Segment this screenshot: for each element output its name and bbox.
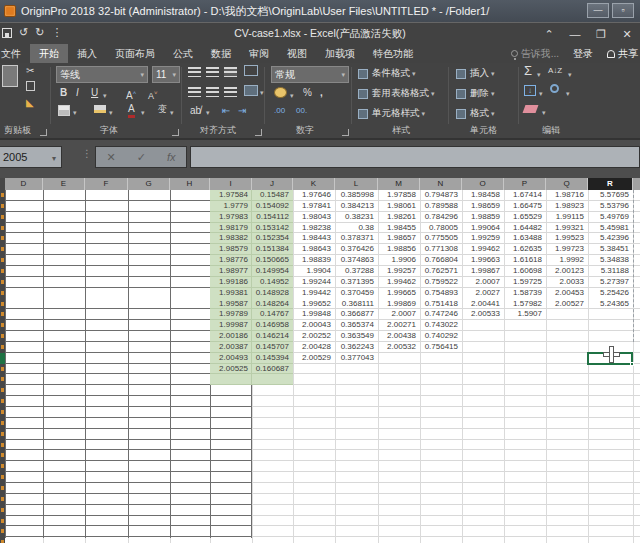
cell-J[interactable]: 0.14952 — [252, 277, 292, 288]
cell-L[interactable]: 0.374863 — [335, 255, 377, 266]
borders-dropdown-icon[interactable]: ▾ — [73, 107, 77, 119]
cell-M[interactable]: 2.00438 — [378, 331, 419, 342]
column-header-G[interactable]: G — [128, 178, 170, 190]
tab-加载项[interactable]: 加载项 — [316, 44, 364, 63]
cell-N[interactable]: 0.775505 — [420, 233, 461, 244]
cell-N[interactable]: 0.754893 — [420, 288, 461, 299]
cell-L[interactable]: 0.362243 — [335, 342, 377, 353]
find-select-icon[interactable] — [550, 84, 559, 93]
merge-center-icon[interactable] — [244, 85, 258, 96]
cell-I[interactable]: 1.98977 — [210, 266, 251, 277]
clear-eraser-icon[interactable] — [523, 105, 539, 113]
name-box-dropdown-icon[interactable]: ▾ — [52, 154, 56, 163]
tab-开始[interactable]: 开始 — [30, 44, 68, 63]
align-top-icon[interactable] — [188, 67, 201, 77]
cell-Q[interactable]: 2.0033 — [546, 277, 587, 288]
cell-J[interactable]: 0.14767 — [252, 309, 292, 320]
cell-L[interactable]: 0.385998 — [335, 190, 377, 201]
cell-R[interactable]: 5.27397 — [588, 277, 632, 288]
currency-icon[interactable] — [274, 87, 287, 98]
paste-button[interactable] — [2, 65, 18, 87]
cell-I[interactable]: 1.98776 — [210, 255, 251, 266]
tab-审阅[interactable]: 审阅 — [240, 44, 278, 63]
italic-button[interactable]: I — [76, 87, 79, 99]
cell-Q[interactable]: 1.99321 — [546, 223, 587, 234]
cell-I[interactable]: 1.98579 — [210, 244, 251, 255]
cell-Q[interactable]: 2.00453 — [546, 288, 587, 299]
cell-P[interactable]: 1.62635 — [504, 244, 545, 255]
cell-R[interactable]: 5.31188 — [588, 266, 632, 277]
column-header-F[interactable]: F — [85, 178, 128, 190]
cell-I[interactable]: 1.99587 — [210, 299, 251, 310]
cell-N[interactable]: 0.756415 — [420, 342, 461, 353]
cell-K[interactable]: 2.00252 — [293, 331, 334, 342]
cell-M[interactable]: 2.0007 — [378, 309, 419, 320]
cell-J[interactable]: 0.154092 — [252, 201, 292, 212]
orientation-dropdown-icon[interactable]: ▾ — [206, 107, 210, 119]
fill-color-dropdown-icon[interactable]: ▾ — [109, 107, 113, 119]
cell-L[interactable]: 0.37288 — [335, 266, 377, 277]
cell-Q[interactable]: 1.99523 — [546, 233, 587, 244]
cell-J[interactable]: 0.150665 — [252, 255, 292, 266]
cell-O[interactable]: 2.00441 — [462, 299, 503, 310]
tab-数据[interactable]: 数据 — [202, 44, 240, 63]
cell-O[interactable]: 1.98458 — [462, 190, 503, 201]
cell-I[interactable]: 1.9779 — [210, 201, 251, 212]
cell-I[interactable]: 2.00493 — [210, 353, 251, 364]
cell-L[interactable]: 0.38231 — [335, 212, 377, 223]
align-middle-icon[interactable] — [206, 67, 219, 77]
align-center-icon[interactable] — [206, 87, 219, 97]
increase-indent-icon[interactable]: ⇥ — [238, 105, 246, 117]
cancel-entry-icon[interactable]: ✕ — [107, 151, 116, 164]
insert-cells-button[interactable]: 插入 ▾ — [456, 67, 494, 80]
delete-cells-button[interactable]: 删除 ▾ — [456, 87, 494, 100]
cell-L[interactable]: 0.363549 — [335, 331, 377, 342]
font-dialog-launcher-icon[interactable] — [172, 129, 179, 136]
cell-K[interactable]: 1.98839 — [293, 255, 334, 266]
cell-R[interactable]: 5.24365 — [588, 299, 632, 310]
phonetic-guide-icon[interactable]: 变 — [158, 103, 167, 115]
cell-N[interactable]: 0.759522 — [420, 277, 461, 288]
cell-P[interactable]: 1.66475 — [504, 201, 545, 212]
cell-I[interactable]: 1.97584 — [210, 190, 251, 201]
tab-页面布局[interactable]: 页面布局 — [106, 44, 164, 63]
excel-restore-button[interactable]: ❐ — [588, 28, 614, 41]
formula-bar-input[interactable] — [190, 146, 640, 168]
cell-N[interactable]: 0.751418 — [420, 299, 461, 310]
cell-J[interactable]: 0.145394 — [252, 353, 292, 364]
cell-I[interactable]: 1.97983 — [210, 212, 251, 223]
fill-down-icon[interactable]: ↓ — [524, 85, 536, 96]
tab-公式[interactable]: 公式 — [164, 44, 202, 63]
column-header-J[interactable]: J — [252, 178, 293, 190]
cell-J[interactable]: 0.146214 — [252, 331, 292, 342]
cell-M[interactable]: 1.99869 — [378, 299, 419, 310]
cell-O[interactable]: 1.98859 — [462, 212, 503, 223]
cell-N[interactable]: 0.78005 — [420, 223, 461, 234]
cell-P[interactable]: 1.64482 — [504, 223, 545, 234]
cell-M[interactable]: 1.99257 — [378, 266, 419, 277]
share-button[interactable]: 共享 — [607, 47, 638, 61]
font-size-combo[interactable]: 11▾ — [152, 66, 180, 83]
cut-icon[interactable]: ✂ — [26, 65, 34, 77]
cell-Q[interactable]: 1.99723 — [546, 244, 587, 255]
cell-P[interactable]: 1.60698 — [504, 266, 545, 277]
align-bottom-icon[interactable] — [224, 67, 237, 77]
cell-K[interactable]: 1.98043 — [293, 212, 334, 223]
cell-R[interactable]: 5.49769 — [588, 212, 632, 223]
cell-K[interactable]: 1.98443 — [293, 233, 334, 244]
cell-M[interactable]: 1.97858 — [378, 190, 419, 201]
cell-I[interactable]: 1.99381 — [210, 288, 251, 299]
percent-style-button[interactable]: % — [303, 87, 312, 99]
font-name-combo[interactable]: 等线▾ — [56, 66, 148, 83]
cell-P[interactable]: 1.5907 — [504, 309, 545, 320]
origin-minimize-button[interactable]: — — [587, 3, 609, 18]
comma-style-button[interactable]: , — [320, 87, 323, 99]
cell-L[interactable]: 0.384213 — [335, 201, 377, 212]
tab-插入[interactable]: 插入 — [68, 44, 106, 63]
cell-K[interactable]: 1.99244 — [293, 277, 334, 288]
cell-J[interactable]: 0.152354 — [252, 233, 292, 244]
enter-entry-icon[interactable]: ✓ — [137, 151, 146, 164]
ribbon-display-options-icon[interactable]: ⌃ — [536, 28, 562, 41]
format-cells-button[interactable]: 格式 ▾ — [456, 107, 494, 120]
cell-O[interactable]: 1.98659 — [462, 201, 503, 212]
